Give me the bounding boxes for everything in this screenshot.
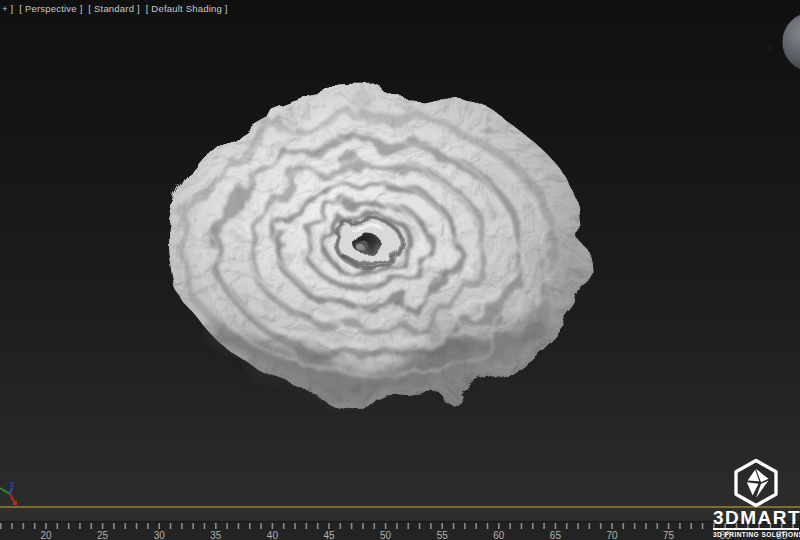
logo-title: 3DMART [713, 509, 799, 530]
nav-sphere-z-label: z [767, 42, 772, 52]
world-axis-gizmo: Z [0, 481, 17, 505]
3dmart-logo-icon [731, 458, 781, 508]
timeline-trackbar[interactable]: 2025303540455055606570758085 [0, 521, 800, 540]
svg-text:35: 35 [210, 530, 222, 540]
timeline-ruler: 2025303540455055606570758085 [0, 522, 800, 540]
svg-text:50: 50 [380, 530, 392, 540]
viewport-menu-general[interactable]: + ] [2, 3, 13, 14]
viewport-scene: Z z [0, 0, 800, 506]
axis-x-tip [13, 501, 17, 505]
svg-text:55: 55 [437, 530, 449, 540]
viewport-3d[interactable]: Z z + ] [ Perspective ] [ Standard ] [ D… [0, 0, 800, 506]
axis-z-line [10, 488, 12, 494]
viewport-menu-shading[interactable]: [ Default Shading ] [146, 3, 228, 14]
time-slider-track[interactable] [0, 508, 800, 521]
viewport-menu-renderer[interactable]: [ Standard ] [88, 3, 140, 14]
nav-sphere[interactable]: z [767, 12, 800, 72]
svg-text:30: 30 [154, 530, 166, 540]
viewport-label: + ] [ Perspective ] [ Standard ] [ Defau… [2, 3, 231, 14]
svg-text:20: 20 [40, 530, 52, 540]
svg-text:75: 75 [663, 530, 675, 540]
svg-text:40: 40 [267, 530, 279, 540]
svg-text:70: 70 [606, 530, 618, 540]
svg-text:45: 45 [323, 530, 335, 540]
viewport-menu-pov[interactable]: [ Perspective ] [19, 3, 82, 14]
brand-watermark: 3DMART 3D PRINTING SOLUTIONS [713, 458, 799, 538]
model-3d-scan[interactable] [168, 89, 584, 401]
model-center-eye [336, 219, 402, 267]
svg-text:60: 60 [493, 530, 505, 540]
application-window: Z z + ] [ Perspective ] [ Standard ] [ D… [0, 0, 800, 540]
logo-subtitle: 3D PRINTING SOLUTIONS [713, 531, 799, 538]
axis-z-label: Z [10, 481, 15, 488]
svg-text:25: 25 [97, 530, 109, 540]
axis-y-line [0, 488, 10, 494]
svg-text:65: 65 [550, 530, 562, 540]
